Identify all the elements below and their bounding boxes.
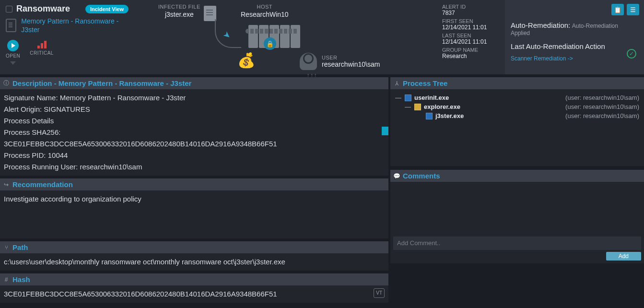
description-body: Signature Name: Memory Pattern - Ransomw…	[0, 89, 388, 176]
comments-title: Comments	[403, 172, 440, 180]
process-tree-body: —userinit.exe(user: researchwin10\sam)—e…	[390, 89, 644, 166]
process-name: explorer.exe	[424, 103, 460, 110]
remediation-panel: 📋 ☰ Auto-Remediation: Auto-Remediation A…	[505, 0, 644, 74]
comment-input[interactable]: Add Comment..	[393, 237, 641, 250]
play-icon[interactable]	[7, 40, 19, 51]
collapse-icon[interactable]: —	[405, 103, 411, 110]
desc-sha256: 3CE01FEBBC3DCC8E5A653006332016D608620248…	[4, 138, 385, 150]
first-seen-value: 12/14/2021 11:01	[442, 24, 503, 31]
user-label: USER	[322, 55, 380, 60]
process-icon	[414, 104, 421, 110]
process-tree-row[interactable]: —explorer.exe(user: researchwin10\sam)	[395, 102, 639, 111]
last-seen-label: LAST SEEN	[442, 33, 503, 38]
desc-pid: Process PID: 10044	[4, 150, 385, 161]
add-comment-button[interactable]: Add	[606, 252, 641, 261]
comment-icon: 💬	[393, 173, 400, 179]
process-user: (user: researchwin10\sam)	[565, 94, 639, 101]
desc-origin: Alert Origin: SIGNATURES	[4, 104, 385, 115]
check-circle-icon: ✓	[627, 49, 636, 59]
virustotal-badge[interactable]: VT	[374, 288, 385, 298]
user-icon	[300, 53, 317, 70]
host-name: ResearchWin10	[241, 11, 289, 18]
severity-bars-icon	[37, 40, 47, 48]
alert-metadata: ALERT ID 7837 FIRST SEEN 12/14/2021 11:0…	[440, 0, 505, 74]
path-icon: ⑂	[3, 244, 10, 251]
process-user: (user: researchwin10\sam)	[565, 103, 639, 110]
clipboard-button[interactable]: 📋	[611, 4, 624, 15]
scrollbar-thumb[interactable]	[382, 127, 388, 135]
scanner-remediation-link[interactable]: Scanner Remediation ->	[511, 55, 573, 62]
infected-filename: j3ster.exe	[158, 11, 200, 18]
recommendation-title: Recommendation	[12, 180, 73, 189]
path-title: Path	[12, 243, 28, 251]
hash-value: 3CE01FEBBC3DCC8E5A653006332016D608620248…	[4, 290, 277, 298]
alert-id-value: 7837	[442, 10, 503, 16]
process-icon	[426, 113, 433, 119]
group-name-label: GROUP NAME	[442, 47, 503, 53]
lock-icon	[264, 37, 276, 50]
collapse-icon[interactable]: —	[395, 94, 402, 101]
incident-subtitle[interactable]: Memory Pattern - Ransomware - J3ster	[21, 17, 129, 34]
hash-body: 3CE01FEBBC3DCC8E5A653006332016D608620248…	[0, 285, 388, 303]
desc-sha256-label: Process SHA256:	[4, 127, 385, 138]
incident-view-badge[interactable]: Incident View	[85, 5, 129, 13]
alert-id-label: ALERT ID	[442, 4, 503, 10]
process-name: userinit.exe	[414, 94, 449, 101]
list-view-button[interactable]: ☰	[627, 4, 639, 15]
incident-graph: INFECTED FILE j3ster.exe ➤ HOST Research…	[134, 0, 440, 74]
process-tree-title: Process Tree	[403, 79, 447, 87]
comments-body: Add Comment.. Add	[390, 182, 644, 263]
group-name-value: Research	[442, 53, 503, 59]
money-bag-icon: 💰	[237, 52, 255, 69]
infected-file-label: INFECTED FILE	[158, 4, 200, 10]
info-icon: ⓘ	[3, 79, 10, 87]
last-action-label: Last Auto-Remediation Action	[511, 42, 638, 50]
document-icon	[6, 19, 16, 32]
recommendation-icon: ↪	[3, 181, 10, 188]
desc-sig-name: Signature Name: Memory Pattern - Ransomw…	[4, 92, 385, 104]
path-value: c:\users\user\desktop\monthly ransomware…	[0, 253, 388, 271]
tree-icon: ⅄	[393, 80, 400, 87]
first-seen-label: FIRST SEEN	[442, 18, 503, 24]
hash-title: Hash	[12, 275, 30, 284]
incident-title: Ransomware	[16, 4, 82, 14]
process-icon	[405, 95, 411, 101]
desc-running-user: Process Running User: researchwin10\sam	[4, 161, 385, 173]
last-seen-value: 12/14/2021 11:01	[442, 38, 503, 45]
incident-summary-panel: Ransomware Incident View Memory Pattern …	[0, 0, 134, 74]
auto-remediation-label: Auto-Remediation:	[511, 21, 570, 29]
host-label: HOST	[241, 4, 289, 10]
select-incident-checkbox[interactable]	[6, 6, 12, 12]
expand-arrows-icon[interactable]: ↑↑↑	[307, 72, 318, 78]
description-title: Description - Memory Pattern - Ransomwar…	[12, 79, 191, 87]
critical-label: CRITICAL	[30, 50, 54, 56]
user-name: researchwin10\sam	[322, 60, 380, 68]
chain-icon	[246, 29, 298, 34]
process-tree-row[interactable]: —userinit.exe(user: researchwin10\sam)	[395, 93, 639, 102]
hash-icon: #	[3, 276, 10, 283]
chevron-down-icon[interactable]	[10, 61, 16, 65]
open-status-label: OPEN	[6, 53, 20, 59]
process-tree-row[interactable]: j3ster.exe(user: researchwin10\sam)	[395, 111, 639, 120]
desc-proc-details: Process Details	[4, 115, 385, 127]
recommendation-body: Investigate according to organization po…	[0, 190, 388, 238]
process-user: (user: researchwin10\sam)	[565, 112, 639, 119]
recommendation-text: Investigate according to organization po…	[4, 193, 385, 205]
process-name: j3ster.exe	[435, 112, 464, 119]
